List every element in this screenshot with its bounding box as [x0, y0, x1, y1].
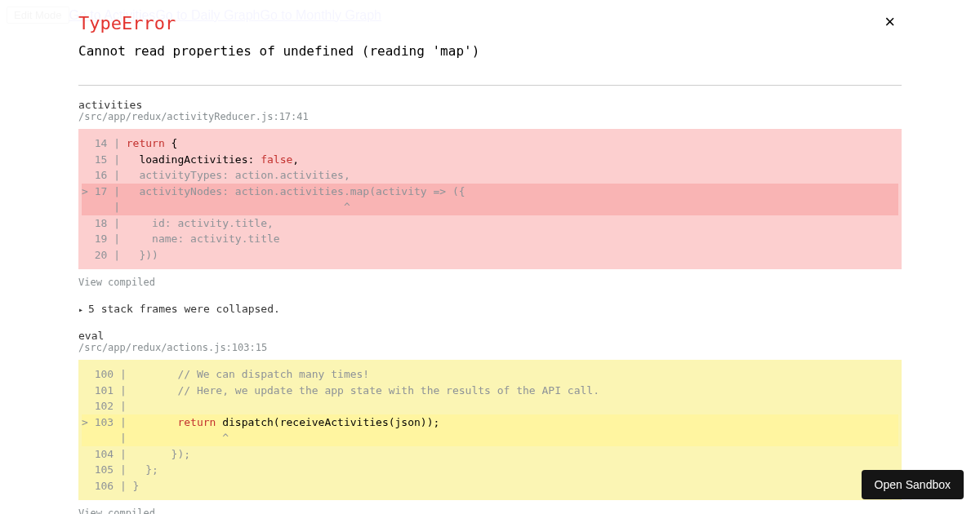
- code-line: 102 |: [82, 398, 898, 414]
- divider: [78, 85, 902, 86]
- open-sandbox-button[interactable]: Open Sandbox: [862, 470, 964, 499]
- error-overlay: × TypeError Cannot read properties of un…: [0, 0, 980, 514]
- view-compiled-link[interactable]: View compiled: [78, 507, 155, 514]
- code-line-highlighted: > 17 | activityNodes: action.activities.…: [82, 184, 898, 200]
- code-keyword: return: [177, 416, 216, 428]
- frame2-file: /src/app/redux/actions.js:103:15: [78, 342, 902, 353]
- code-text: ,: [292, 153, 299, 166]
- code-caret: | ^: [82, 199, 898, 215]
- collapsed-frames[interactable]: 5 stack frames were collapsed.: [78, 303, 902, 315]
- code-line: 106 | }: [82, 478, 898, 494]
- error-title: TypeError: [78, 13, 902, 33]
- code-keyword: return: [127, 137, 165, 149]
- frame1-file: /src/app/redux/activityReducer.js:17:41: [78, 111, 902, 122]
- code-text: loadingActivities:: [127, 153, 261, 166]
- code-line: 18 | id: activity.title,: [82, 215, 898, 232]
- code-text: dispatch(receiveActivities(json));: [216, 416, 439, 428]
- code-gutter: 14 |: [82, 137, 127, 149]
- code-line: 19 | name: activity.title: [82, 231, 898, 247]
- close-icon: ×: [884, 11, 895, 32]
- code-caret: | ^: [82, 430, 898, 446]
- code-line: 105 | };: [82, 462, 898, 478]
- frame2-code: 100 | // We can dispatch many times! 101…: [78, 360, 902, 500]
- frame1-function: activities: [78, 99, 902, 111]
- code-text: {: [165, 137, 178, 149]
- code-line: 101 | // Here, we update the app state w…: [82, 383, 898, 399]
- code-keyword: false: [261, 153, 292, 166]
- code-text: [133, 416, 178, 428]
- code-line: 100 | // We can dispatch many times!: [82, 366, 898, 383]
- code-line: 16 | activityTypes: action.activities,: [82, 167, 898, 184]
- code-gutter: 15 |: [82, 153, 127, 166]
- frame1-code: 14 | return { 15 | loadingActivities: fa…: [78, 129, 902, 269]
- frame2-function: eval: [78, 330, 902, 342]
- view-compiled-link[interactable]: View compiled: [78, 277, 155, 288]
- error-message: Cannot read properties of undefined (rea…: [78, 43, 902, 59]
- code-line: 104 | });: [82, 446, 898, 463]
- close-button[interactable]: ×: [884, 13, 895, 31]
- code-gutter: > 103 |: [82, 416, 133, 428]
- code-line: 20 | })): [82, 247, 898, 264]
